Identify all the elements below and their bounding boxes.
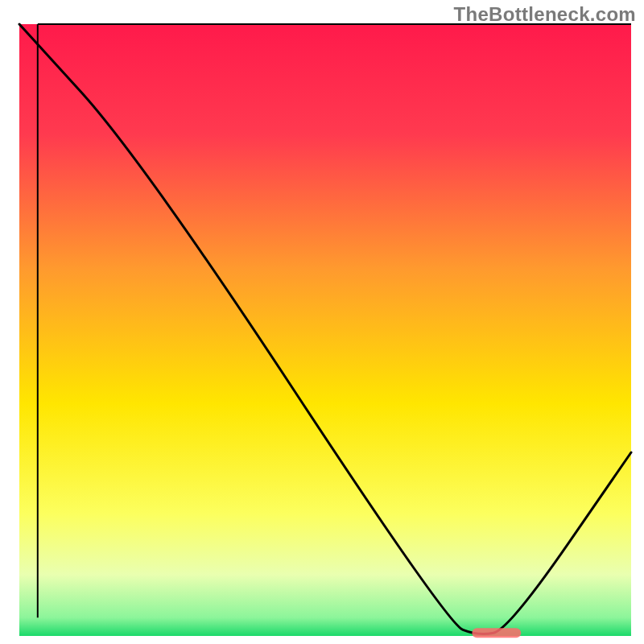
optimal-marker bbox=[472, 628, 521, 638]
plot-background bbox=[19, 24, 631, 636]
chart-stage: TheBottleneck.com bbox=[0, 0, 644, 644]
bottleneck-chart bbox=[0, 0, 644, 644]
